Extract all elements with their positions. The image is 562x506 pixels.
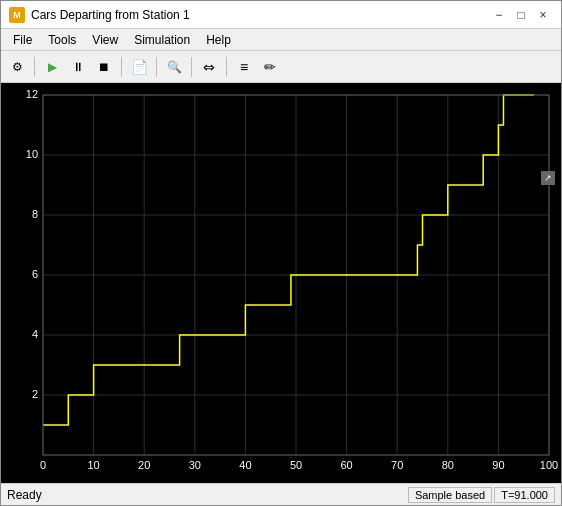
toolbar-sep-5 (226, 57, 227, 77)
toolbar-props[interactable]: ≡ (232, 55, 256, 79)
app-icon: M (9, 7, 25, 23)
menu-help[interactable]: Help (198, 31, 239, 49)
toolbar-sep-3 (156, 57, 157, 77)
toolbar: ⚙ ▶ ⏸ ⏹ 📄 🔍 ⇔ ≡ ✏ (1, 51, 561, 83)
plot-container: ↗ (1, 83, 561, 483)
toolbar-edit[interactable]: ✏ (258, 55, 282, 79)
status-right: Sample based T=91.000 (408, 487, 555, 503)
status-ready: Ready (7, 488, 408, 502)
toolbar-settings[interactable]: ⚙ (5, 55, 29, 79)
status-bar: Ready Sample based T=91.000 (1, 483, 561, 505)
menu-tools[interactable]: Tools (40, 31, 84, 49)
toolbar-zoom[interactable]: 🔍 (162, 55, 186, 79)
toolbar-doc[interactable]: 📄 (127, 55, 151, 79)
toolbar-sep-4 (191, 57, 192, 77)
toolbar-stop[interactable]: ⏹ (92, 55, 116, 79)
window-title: Cars Departing from Station 1 (31, 8, 489, 22)
window-controls: − □ × (489, 6, 553, 24)
main-window: M Cars Departing from Station 1 − □ × Fi… (0, 0, 562, 506)
toolbar-sep-2 (121, 57, 122, 77)
plot-canvas[interactable] (1, 83, 561, 483)
time-badge: T=91.000 (494, 487, 555, 503)
menu-bar: File Tools View Simulation Help (1, 29, 561, 51)
toolbar-run[interactable]: ▶ (40, 55, 64, 79)
menu-simulation[interactable]: Simulation (126, 31, 198, 49)
sample-based-badge: Sample based (408, 487, 492, 503)
menu-file[interactable]: File (5, 31, 40, 49)
expand-button[interactable]: ↗ (541, 171, 555, 185)
toolbar-sep-1 (34, 57, 35, 77)
maximize-button[interactable]: □ (511, 6, 531, 24)
menu-view[interactable]: View (84, 31, 126, 49)
close-button[interactable]: × (533, 6, 553, 24)
toolbar-resize[interactable]: ⇔ (197, 55, 221, 79)
title-bar: M Cars Departing from Station 1 − □ × (1, 1, 561, 29)
toolbar-pause[interactable]: ⏸ (66, 55, 90, 79)
minimize-button[interactable]: − (489, 6, 509, 24)
